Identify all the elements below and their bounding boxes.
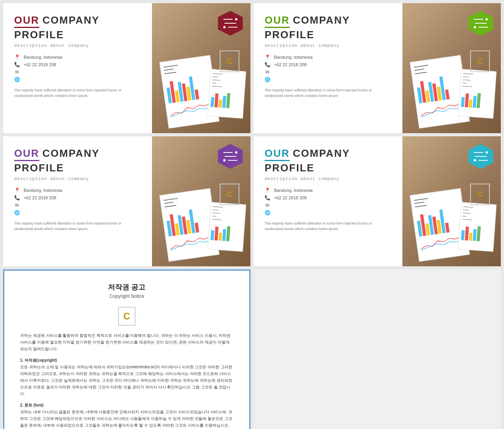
phone-icon: 📞 <box>14 62 20 67</box>
title-line: OUR COMPANY <box>14 147 239 161</box>
location-icon: 📍 <box>265 188 270 193</box>
subtitle: description about company <box>14 176 239 181</box>
title-our: OUR <box>14 14 39 28</box>
phone-item: 📞 +62 22 2018 208 <box>265 62 490 67</box>
title-profile: PROFILE <box>14 29 239 41</box>
phone-text: +62 22 2018 208 <box>274 195 307 200</box>
address-item: 📍 Bandung, Indonesia <box>14 188 239 193</box>
contact-list: 📍 Bandung, Indonesia 📞 +62 22 2018 208 ✉… <box>265 54 490 82</box>
subtitle: description about company <box>14 43 239 48</box>
contact-list: 📍 Bandung, Indonesia 📞 +62 22 2018 208 ✉… <box>14 188 239 215</box>
email-item: ✉ <box>14 202 239 208</box>
hex-shape <box>467 9 495 37</box>
hex-icon-red <box>217 9 244 37</box>
copyright-para1: 귀하는 제공된 서비스를 활용하여 합법적인 목적으로 서비스를 이용해야 합니… <box>20 332 233 352</box>
title-profile: PROFILE <box>265 29 490 41</box>
copyright-body: 귀하는 제공된 서비스를 활용하여 합법적인 목적으로 서비스를 이용해야 합니… <box>20 332 233 429</box>
subtitle: description about company <box>265 43 490 48</box>
company-logo: C <box>220 50 239 72</box>
card-red: OUR COMPANY PROFILE description about co… <box>3 3 250 133</box>
card-purple: OUR COMPANY PROFILE description about co… <box>3 136 250 266</box>
web-item: 🌐 <box>265 210 490 215</box>
body-text: The majority have suffered alteration in… <box>14 221 124 232</box>
title-line: OUR COMPANY <box>265 147 490 161</box>
location-icon: 📍 <box>14 188 20 193</box>
body-text: The majority have suffered alteration in… <box>265 88 375 98</box>
phone-text: +62 22 2018 208 <box>274 62 307 67</box>
email-icon: ✉ <box>265 202 270 208</box>
title-line: OUR COMPANY <box>14 14 239 28</box>
body-text: The majority have suffered alteration in… <box>265 221 375 232</box>
filter-icon <box>474 151 488 162</box>
title-profile: PROFILE <box>265 162 490 174</box>
card-green: OUR COMPANY PROFILE description about co… <box>254 3 501 133</box>
title-line: OUR COMPANY <box>265 14 490 28</box>
title-our: OUR <box>265 147 290 161</box>
email-item: ✉ <box>265 202 490 208</box>
title-our: OUR <box>265 14 290 28</box>
phone-icon: 📞 <box>265 195 270 201</box>
web-item: 🌐 <box>265 77 490 82</box>
title-rest: COMPANY <box>43 147 100 160</box>
email-item: ✉ <box>265 69 490 75</box>
phone-icon: 📞 <box>14 195 20 201</box>
title-our: OUR <box>14 147 39 161</box>
subtitle: description about company <box>265 176 490 181</box>
hex-icon-purple <box>217 143 244 170</box>
card-green-content: OUR COMPANY PROFILE description about co… <box>254 3 501 133</box>
card-purple-content: OUR COMPANY PROFILE description about co… <box>3 136 250 266</box>
address-item: 📍 Bandung, Indonesia <box>265 188 490 193</box>
phone-item: 📞 +62 22 2018 208 <box>14 62 239 67</box>
hex-icon-cyan <box>467 143 495 170</box>
web-icon: 🌐 <box>265 77 270 82</box>
empty-right-panel <box>254 269 501 429</box>
web-icon: 🌐 <box>14 210 20 215</box>
copyright-section1: 1. 저작권(copyright) 모든 귀하는의 소재 및 사용되는 귀하는에… <box>20 357 233 397</box>
location-icon: 📍 <box>14 54 20 60</box>
copyright-logo: C <box>118 307 135 326</box>
title-rest: COMPANY <box>293 14 350 26</box>
email-icon: ✉ <box>265 69 270 75</box>
hex-icon-green <box>467 9 495 37</box>
card-red-content: OUR COMPANY PROFILE description about co… <box>3 3 250 133</box>
hex-shape <box>467 143 495 170</box>
company-logo: C <box>470 184 490 205</box>
phone-item: 📞 +62 22 2018 208 <box>14 195 239 201</box>
hex-shape <box>217 143 244 170</box>
filter-icon <box>474 18 488 28</box>
body-text: The majority have suffered alteration in… <box>14 88 124 98</box>
email-icon: ✉ <box>14 202 20 208</box>
phone-text: +62 22 2018 208 <box>24 62 56 67</box>
address-item: 📍 Bandung, Indonesia <box>265 54 490 60</box>
address-item: 📍 Bandung, Indonesia <box>14 54 239 60</box>
company-logo: C <box>220 184 239 205</box>
cards-grid: OUR COMPANY PROFILE description about co… <box>0 0 504 269</box>
copyright-title: 저작권 공고 <box>20 282 233 292</box>
bottom-section: 저작권 공고 Copyright Notice C 귀하는 제공된 서비스를 활… <box>0 269 504 429</box>
filter-icon <box>223 18 237 28</box>
email-icon: ✉ <box>14 69 20 75</box>
web-item: 🌐 <box>14 210 239 215</box>
location-icon: 📍 <box>265 54 270 60</box>
title-rest: COMPANY <box>43 14 100 26</box>
address-text: Bandung, Indonesia <box>274 188 313 193</box>
card-cyan-content: OUR COMPANY PROFILE description about co… <box>254 136 501 266</box>
phone-text: +62 22 2018 208 <box>24 195 56 200</box>
web-icon: 🌐 <box>14 77 20 82</box>
phone-icon: 📞 <box>265 62 270 67</box>
contact-list: 📍 Bandung, Indonesia 📞 +62 22 2018 208 ✉… <box>14 54 239 82</box>
copyright-subtitle: Copyright Notice <box>20 293 233 299</box>
contact-list: 📍 Bandung, Indonesia 📞 +62 22 2018 208 ✉… <box>265 188 490 215</box>
web-item: 🌐 <box>14 77 239 82</box>
title-rest: COMPANY <box>293 147 350 160</box>
company-logo: C <box>470 50 490 72</box>
address-text: Bandung, Indonesia <box>24 55 62 59</box>
title-profile: PROFILE <box>14 162 239 174</box>
copyright-section2: 2. 폰트 (font) 귀하는 내부 다시라는 글꼴은 폰트에, 내부에 사용… <box>20 402 233 429</box>
address-text: Bandung, Indonesia <box>274 55 313 59</box>
email-item: ✉ <box>14 69 239 75</box>
card-cyan: OUR COMPANY PROFILE description about co… <box>254 136 501 266</box>
filter-icon <box>223 151 237 162</box>
web-icon: 🌐 <box>265 210 270 215</box>
phone-item: 📞 +62 22 2018 208 <box>265 195 490 201</box>
